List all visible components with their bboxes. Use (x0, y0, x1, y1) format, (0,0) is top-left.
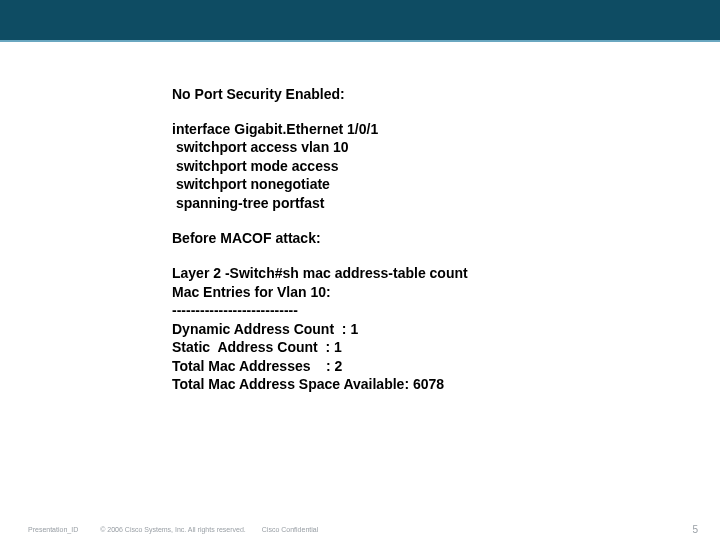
section-heading-before-attack: Before MACOF attack: (172, 230, 672, 246)
interface-config-block: interface Gigabit.Ethernet 1/0/1 switchp… (172, 120, 672, 212)
footer-copyright: © 2006 Cisco Systems, Inc. All rights re… (100, 526, 246, 533)
footer-confidential: Cisco Confidential (262, 526, 318, 533)
footer-presentation-id: Presentation_ID (28, 526, 78, 533)
slide-content: No Port Security Enabled: interface Giga… (172, 86, 672, 412)
section-heading-no-port-security: No Port Security Enabled: (172, 86, 672, 102)
slide-footer: Presentation_ID © 2006 Cisco Systems, In… (0, 518, 720, 540)
mac-table-block: Layer 2 -Switch#sh mac address-table cou… (172, 264, 672, 393)
footer-page-number: 5 (692, 524, 698, 535)
title-bar (0, 0, 720, 42)
